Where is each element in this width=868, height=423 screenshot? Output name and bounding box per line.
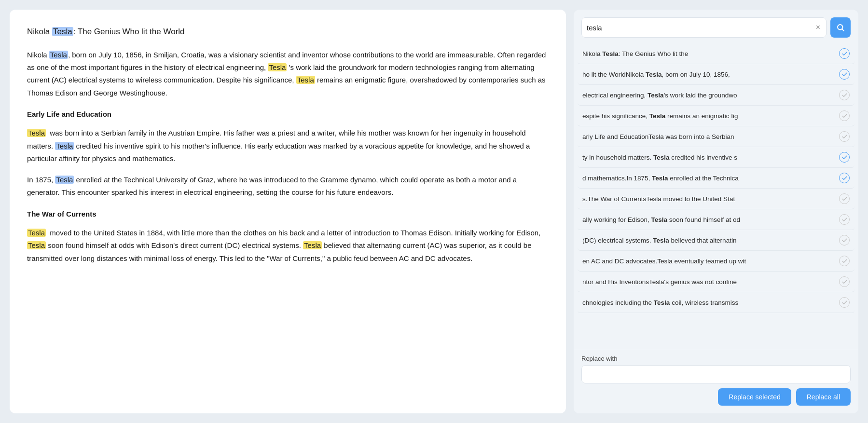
search-input[interactable]: tesla [587,24,815,32]
section-heading-war: The War of Currents [27,208,549,220]
paragraph-3: In 1875, Tesla enrolled at the Technical… [27,174,549,199]
replace-buttons: Replace selected Replace all [581,388,851,406]
list-item[interactable]: en AC and DC advocates.Tesla eventually … [578,251,854,272]
tesla-highlight: Tesla [27,129,46,137]
check-icon[interactable] [839,193,850,204]
search-button[interactable] [830,17,851,38]
tesla-highlight: Tesla [268,63,287,71]
list-item[interactable]: ho lit the WorldNikola Tesla, born on Ju… [578,64,854,85]
search-bar: tesla × [574,10,858,43]
check-icon[interactable] [839,173,850,183]
result-text: electrical engineering, Tesla's work lai… [582,92,835,99]
list-item[interactable]: ntor and His InventionsTesla's genius wa… [578,272,854,292]
paragraph-2: Tesla was born into a Serbian family in … [27,127,549,165]
results-list: Nikola Tesla: The Genius Who lit theho l… [574,43,858,349]
tesla-highlight: Tesla [296,76,315,84]
replace-section: Replace with Replace selected Replace al… [574,349,858,413]
result-text: ally working for Edison, Tesla soon foun… [582,216,835,223]
check-icon[interactable] [839,297,850,308]
result-text: d mathematics.In 1875, Tesla enrolled at… [582,175,835,182]
section-heading-education: Early Life and Education [27,108,549,121]
result-text: arly Life and EducationTesla was born in… [582,133,835,140]
article-body: Nikola Tesla, born on July 10, 1856, in … [27,49,549,265]
result-text: ho lit the WorldNikola Tesla, born on Ju… [582,71,835,78]
svg-line-1 [842,29,843,30]
result-text: (DC) electrical systems. Tesla believed … [582,237,835,244]
replace-selected-button[interactable]: Replace selected [718,388,791,406]
close-icon: × [816,23,820,32]
paragraph-1: Nikola Tesla, born on July 10, 1856, in … [27,49,549,99]
result-text: s.The War of CurrentsTesla moved to the … [582,195,835,203]
check-icon[interactable] [839,131,850,142]
tesla-highlight: Tesla [303,241,322,249]
article-title: Nikola Tesla: The Genius Who lit the Wor… [27,25,549,39]
tesla-highlight: Tesla [55,176,74,184]
search-input-wrapper: tesla × [581,17,827,38]
check-icon[interactable] [839,48,850,59]
tesla-highlight: Tesla [55,142,74,150]
clear-button[interactable]: × [815,23,821,32]
replace-input[interactable] [581,365,851,383]
result-text: ty in household matters. Tesla credited … [582,154,835,161]
check-icon[interactable] [839,276,850,287]
tesla-highlight: Tesla [49,51,68,59]
list-item[interactable]: s.The War of CurrentsTesla moved to the … [578,189,854,209]
list-item[interactable]: (DC) electrical systems. Tesla believed … [578,230,854,251]
check-icon[interactable] [839,69,850,80]
result-text: espite his significance, Tesla remains a… [582,112,835,120]
check-icon[interactable] [839,110,850,121]
result-text: ntor and His InventionsTesla's genius wa… [582,278,835,286]
article-panel: Nikola Tesla: The Genius Who lit the Wor… [10,10,566,413]
search-icon [836,23,845,32]
search-sidebar: tesla × Nikola Tesla: The Genius Who lit… [574,10,858,413]
check-icon[interactable] [839,214,850,225]
tesla-highlight: Tesla [27,229,46,237]
list-item[interactable]: Nikola Tesla: The Genius Who lit the [578,43,854,64]
list-item[interactable]: chnologies including the Tesla coil, wir… [578,292,854,313]
replace-label: Replace with [581,355,851,362]
title-highlight: Tesla [52,27,73,36]
check-icon[interactable] [839,256,850,266]
list-item[interactable]: ty in household matters. Tesla credited … [578,147,854,168]
replace-all-button[interactable]: Replace all [796,388,851,406]
list-item[interactable]: electrical engineering, Tesla's work lai… [578,85,854,106]
result-text: Nikola Tesla: The Genius Who lit the [582,50,835,57]
result-text: en AC and DC advocates.Tesla eventually … [582,258,835,265]
check-icon[interactable] [839,235,850,246]
result-text: chnologies including the Tesla coil, wir… [582,299,835,306]
list-item[interactable]: d mathematics.In 1875, Tesla enrolled at… [578,168,854,189]
list-item[interactable]: ally working for Edison, Tesla soon foun… [578,209,854,230]
check-icon[interactable] [839,90,850,100]
tesla-highlight: Tesla [27,241,46,249]
list-item[interactable]: espite his significance, Tesla remains a… [578,106,854,126]
list-item[interactable]: arly Life and EducationTesla was born in… [578,126,854,147]
paragraph-4: Tesla moved to the United States in 1884… [27,227,549,265]
check-icon[interactable] [839,152,850,163]
